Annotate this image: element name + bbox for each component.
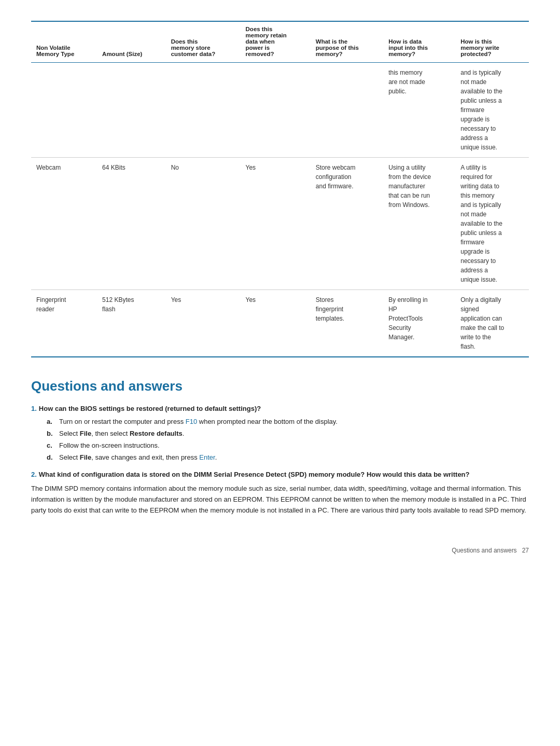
qa-section: Questions and answers 1.How can the BIOS… bbox=[31, 378, 529, 516]
col-header-type: Non VolatileMemory Type bbox=[31, 21, 97, 63]
col-header-purpose: What is thepurpose of thismemory? bbox=[311, 21, 383, 63]
cell-input-2: Using a utility from the device manufact… bbox=[383, 158, 455, 290]
qa-sub-list-1: a. Turn on or restart the computer and p… bbox=[47, 418, 529, 461]
qa-sub-text-a: Turn on or restart the computer and pres… bbox=[59, 418, 529, 425]
cell-type-1 bbox=[31, 63, 97, 158]
page-footer: Questions and answers 27 bbox=[31, 547, 529, 554]
col-header-protected: How is thismemory writeprotected? bbox=[455, 21, 529, 63]
qa-text-after-a: when prompted near the bottom of the dis… bbox=[197, 418, 338, 425]
col-header-store: Does thismemory storecustomer data? bbox=[166, 21, 241, 63]
qa-code-f10: F10 bbox=[186, 418, 197, 425]
cell-purpose-2: Store webcam configuration and firmware. bbox=[311, 158, 383, 290]
qa-bold-restore-b: Restore defaults bbox=[130, 430, 183, 437]
cell-type-3: Fingerprint reader bbox=[31, 290, 97, 357]
qa-list: 1.How can the BIOS settings be restored … bbox=[31, 405, 529, 516]
table-row: Webcam 64 KBits No Yes Store webcam conf… bbox=[31, 158, 529, 290]
qa-item-2: 2.What kind of configuration data is sto… bbox=[31, 471, 529, 516]
qa-bold-file-d: File bbox=[80, 453, 91, 461]
qa-text-after-d: . bbox=[215, 453, 217, 461]
cell-protected-2: A utility is required for writing data t… bbox=[455, 158, 529, 290]
table-row: Fingerprint reader 512 KBytes flash Yes … bbox=[31, 290, 529, 357]
cell-size-3: 512 KBytes flash bbox=[97, 290, 166, 357]
qa-sub-label-c: c. bbox=[47, 441, 55, 449]
table-row: this memory are not made public. and is … bbox=[31, 63, 529, 158]
qa-question-1: How can the BIOS settings be restored (r… bbox=[39, 405, 261, 412]
cell-protected-3: Only a digitally signed application can … bbox=[455, 290, 529, 357]
cell-store-1 bbox=[166, 63, 241, 158]
cell-protected-1: and is typically not made available to t… bbox=[455, 63, 529, 158]
qa-number-1: 1. bbox=[31, 405, 37, 412]
footer-page: 27 bbox=[522, 547, 529, 554]
qa-text-after-b: . bbox=[183, 430, 185, 437]
qa-sub-label-b: b. bbox=[47, 430, 55, 437]
qa-text-before-b: Select bbox=[59, 430, 80, 437]
cell-store-3: Yes bbox=[166, 290, 241, 357]
cell-size-2: 64 KBits bbox=[97, 158, 166, 290]
cell-store-2: No bbox=[166, 158, 241, 290]
qa-sub-item-c: c. Follow the on-screen instructions. bbox=[47, 441, 529, 449]
qa-sub-item-a: a. Turn on or restart the computer and p… bbox=[47, 418, 529, 425]
qa-sub-item-d: d. Select File, save changes and exit, t… bbox=[47, 453, 529, 461]
qa-bold-file-b: File bbox=[80, 430, 91, 437]
cell-retain-2: Yes bbox=[241, 158, 311, 290]
qa-sub-item-b: b. Select File, then select Restore defa… bbox=[47, 430, 529, 437]
memory-table: Non VolatileMemory Type Amount (Size) Do… bbox=[31, 21, 529, 357]
qa-sub-text-c: Follow the on-screen instructions. bbox=[59, 441, 529, 449]
qa-text-mid-b: , then select bbox=[91, 430, 130, 437]
col-header-input: How is datainput into thismemory? bbox=[383, 21, 455, 63]
qa-code-enter: Enter bbox=[199, 453, 215, 461]
cell-purpose-1 bbox=[311, 63, 383, 158]
col-header-retain: Does thismemory retaindata whenpower isr… bbox=[241, 21, 311, 63]
qa-sub-label-d: d. bbox=[47, 453, 55, 461]
section-title: Questions and answers bbox=[31, 378, 529, 394]
qa-question-2: What kind of configuration data is store… bbox=[39, 471, 470, 478]
qa-text-mid-d: , save changes and exit, then press bbox=[91, 453, 199, 461]
qa-sub-text-b: Select File, then select Restore default… bbox=[59, 430, 529, 437]
cell-retain-3: Yes bbox=[241, 290, 311, 357]
cell-purpose-3: Stores fingerprint templates. bbox=[311, 290, 383, 357]
qa-text-before-a: Turn on or restart the computer and pres… bbox=[59, 418, 186, 425]
qa-sub-label-a: a. bbox=[47, 418, 55, 425]
footer-label: Questions and answers bbox=[452, 547, 516, 554]
qa-item-1: 1.How can the BIOS settings be restored … bbox=[31, 405, 529, 461]
qa-number-2: 2. bbox=[31, 471, 37, 478]
qa-paragraph-2: The DIMM SPD memory contains information… bbox=[31, 483, 529, 516]
cell-retain-1 bbox=[241, 63, 311, 158]
cell-input-1: this memory are not made public. bbox=[383, 63, 455, 158]
cell-size-1 bbox=[97, 63, 166, 158]
col-header-size: Amount (Size) bbox=[97, 21, 166, 63]
qa-sub-text-d: Select File, save changes and exit, then… bbox=[59, 453, 529, 461]
qa-text-before-d: Select bbox=[59, 453, 80, 461]
cell-type-2: Webcam bbox=[31, 158, 97, 290]
cell-input-3: By enrolling in HP ProtectTools Security… bbox=[383, 290, 455, 357]
footer-text: Questions and answers 27 bbox=[452, 547, 529, 554]
